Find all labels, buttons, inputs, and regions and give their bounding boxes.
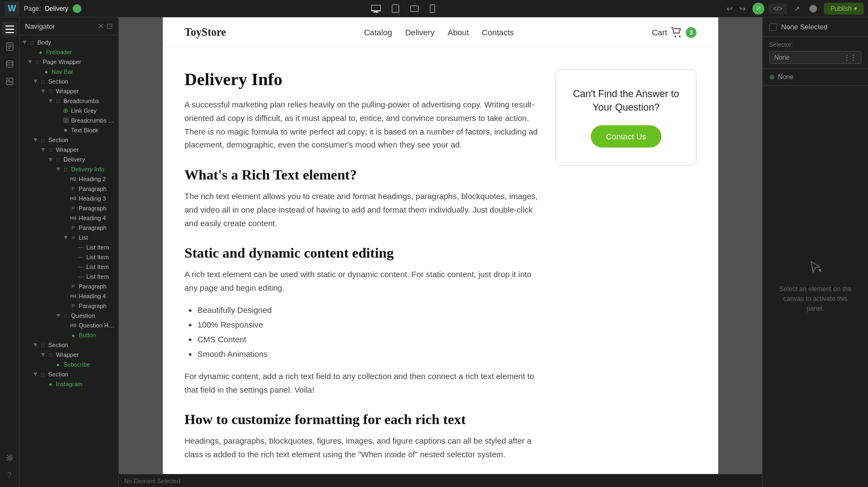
assets-icon[interactable] [2,74,17,89]
tree-item-paragraph-1[interactable]: ▶ P Paragraph [20,184,118,194]
nav-link-contacts[interactable]: Contacts [482,28,514,37]
desktop-view-btn[interactable] [369,3,383,15]
tree-arrow-question: ▶ [55,312,62,319]
tree-item-instagram[interactable]: ▶ ● Instagram [20,379,118,389]
tree-item-breadcrumbs-arrow[interactable]: ▶ ⬛ Breadcrumbs Arro… [20,116,118,125]
tree-item-heading-4[interactable]: ▶ H4 Heading 4 [20,213,118,223]
tree-item-paragraph-5[interactable]: ▶ P Paragraph [20,301,118,311]
tablet-view-btn[interactable] [390,2,401,15]
page-content: Delivery Info A successful marketing pla… [163,48,718,474]
mobile-view-btn[interactable] [427,2,437,15]
tree-item-breadcrumbs[interactable]: ▶ □ Breadcrumbs [20,96,118,106]
svg-rect-9 [5,25,14,27]
tree-item-link-grey[interactable]: ▶ ⊕ Link Grey [20,106,118,116]
tree-arrow-page-wrapper: ▶ [27,59,34,65]
tree-item-heading-2[interactable]: ▶ H2 Heading 2 [20,174,118,184]
page-h1: Delivery Info [184,69,538,89]
tree-item-wrapper-3[interactable]: ▶ □ Wrapper [20,350,118,360]
publish-chevron: ▾ [854,5,857,12]
tree-item-list-item-3[interactable]: ▶ — List Item [20,262,118,272]
tree-item-section-2[interactable]: ▶ □ Section [20,135,118,145]
canvas-area: ToyStore Catalog Delivery About Contacts… [119,17,762,487]
cms-icon[interactable] [2,56,17,72]
tree-label-wrapper-3: Wrapper [56,351,79,358]
tree-item-question[interactable]: ▶ □ Question [20,311,118,321]
pages-icon[interactable] [2,39,17,54]
tree-item-subscribe[interactable]: ▶ ● Subscribe [20,360,118,369]
right-panel: None Selected Selector: None ⋮⋮ ⊕ None S… [762,17,868,487]
navigator-icon[interactable] [2,22,17,37]
p1-icon: P [69,185,77,193]
undo-btn[interactable]: ↩ [724,2,735,15]
tree-item-paragraph-3[interactable]: ▶ P Paragraph [20,223,118,233]
tree-label-paragraph-4: Paragraph [79,283,106,290]
undo-redo-group: ↩ ↪ [724,2,748,15]
tree-item-text-block[interactable]: ▶ ■ Text Block [20,125,118,135]
navigator-panel: Navigator ✕ ⊡ ▶ □ Body ▶ ● Preloader ▶ [20,17,119,487]
tree-label-instagram: Instagram [56,381,82,387]
tree-item-delivery-info[interactable]: ▶ □ Delivery Info [20,164,118,174]
page-wrapper-icon: □ [34,58,41,66]
tree-item-page-wrapper[interactable]: ▶ □ Page Wrapper [20,57,118,67]
tree-item-wrapper-1[interactable]: ▶ □ Wrapper [20,86,118,96]
tree-item-list-item-4[interactable]: ▶ — List Item [20,272,118,281]
webflow-logo-2[interactable] [807,2,820,15]
tree-label-nav-bar: Nav Bar [52,68,73,75]
tree-item-question-heading[interactable]: ▶ H5 Question Headi… [20,321,118,330]
svg-point-16 [7,61,13,63]
webflow-logo[interactable]: W [4,1,20,16]
selector-input[interactable]: None ⋮⋮ [769,51,861,64]
svg-point-6 [417,8,417,9]
nav-link-delivery[interactable]: Delivery [405,28,435,37]
canvas-inner[interactable]: ToyStore Catalog Delivery About Contacts… [119,17,762,474]
tree-item-list-item-1[interactable]: ▶ — List Item [20,242,118,252]
publish-btn[interactable]: Publish ▾ [824,3,864,15]
help-icon[interactable]: ? [2,467,17,483]
save-check-btn[interactable]: ✓ [752,3,764,15]
tree-item-list[interactable]: ▶ ≡ List [20,233,118,242]
tree-item-button[interactable]: ▶ ● Button [20,330,118,340]
tree-item-delivery[interactable]: ▶ □ Delivery [20,155,118,164]
tree-item-paragraph-2[interactable]: ▶ P Paragraph [20,203,118,213]
tree-item-list-item-2[interactable]: ▶ — List Item [20,252,118,262]
none-selected-checkbox[interactable] [769,23,777,31]
tree-item-section-4[interactable]: ▶ □ Section [20,369,118,379]
page-nav: ToyStore Catalog Delivery About Contacts… [163,17,718,48]
settings-icon[interactable] [2,450,17,465]
breadcrumbs-icon: □ [54,97,62,105]
p5-icon: P [69,302,77,310]
tree-item-body[interactable]: ▶ □ Body [20,37,118,47]
tree-label-question-heading: Question Headi… [79,322,116,329]
page-p3: For dynamic content, add a rich text fie… [184,370,538,397]
tree-item-heading-4b[interactable]: ▶ H4 Heading 4 [20,291,118,301]
mobile-landscape-btn[interactable] [408,3,421,14]
cart-area[interactable]: Cart 3 [652,27,697,38]
tree-item-paragraph-4[interactable]: ▶ P Paragraph [20,281,118,291]
instagram-icon: ● [47,380,54,388]
section-2-icon: □ [39,136,47,144]
contact-us-btn[interactable]: Contact Us [591,125,661,148]
empty-state-text: Select an element on the canvas to activ… [774,284,857,313]
main-layout: ? Navigator ✕ ⊡ ▶ □ Body ▶ ● Preloader [0,17,868,487]
tree-item-preloader[interactable]: ▶ ● Preloader [20,47,118,57]
close-navigator-btn[interactable]: ✕ [98,22,104,30]
tree-item-section-3[interactable]: ▶ □ Section [20,340,118,350]
navigator-header: Navigator ✕ ⊡ [20,17,118,35]
expand-navigator-btn[interactable]: ⊡ [106,22,113,30]
cursor-icon [808,259,823,278]
list-item-3-icon: — [77,263,85,271]
page-label: Page: [24,5,41,12]
nav-link-about[interactable]: About [448,28,469,37]
nav-link-catalog[interactable]: Catalog [364,28,392,37]
tree-label-list-item-4: List Item [86,273,109,280]
redo-btn[interactable]: ↪ [737,2,748,15]
subscribe-icon: ● [54,361,62,368]
tree-item-nav-bar[interactable]: ▶ ● Nav Bar [20,67,118,76]
tree-item-section-1[interactable]: ▶ □ Section [20,76,118,86]
tree-item-wrapper-2[interactable]: ▶ □ Wrapper [20,145,118,155]
page-p4: Headings, paragraphs, blockquotes, figur… [184,434,538,462]
share-btn[interactable]: ↗ [792,2,802,15]
code-editor-btn[interactable]: </> [769,3,787,14]
tree-item-heading-3[interactable]: ▶ H3 Heading 3 [20,194,118,203]
p3-icon: P [69,224,77,232]
